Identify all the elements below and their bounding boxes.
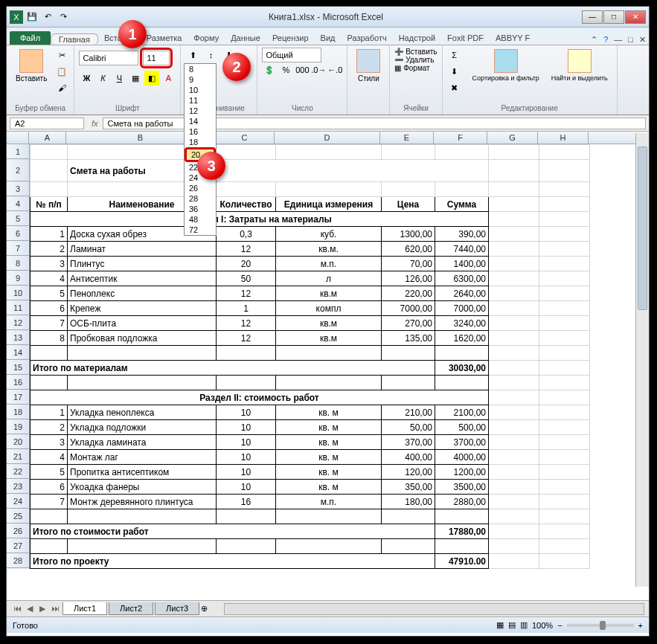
- font-size-option[interactable]: 18: [185, 137, 216, 147]
- cell[interactable]: 3240,00: [435, 316, 489, 331]
- cell[interactable]: 3: [31, 435, 68, 450]
- cells-delete-button[interactable]: ➖ Удалить: [394, 56, 437, 64]
- cell[interactable]: [489, 212, 539, 227]
- cell[interactable]: Смета на работы: [68, 160, 489, 182]
- cell[interactable]: [539, 495, 590, 509]
- dev-tab[interactable]: Разработч: [341, 31, 392, 45]
- font-size-option[interactable]: 12: [185, 106, 216, 116]
- cell[interactable]: [489, 480, 539, 495]
- paste-button[interactable]: Вставить: [11, 48, 51, 95]
- cell[interactable]: кв. м: [276, 480, 382, 495]
- row-header[interactable]: 2: [7, 159, 29, 181]
- cell[interactable]: [489, 346, 539, 361]
- sheet-tab-2[interactable]: Лист2: [109, 602, 153, 615]
- row-header[interactable]: 23: [7, 479, 29, 494]
- font-size-option[interactable]: 8: [185, 64, 216, 74]
- cell[interactable]: [539, 331, 590, 346]
- save-icon[interactable]: 💾: [25, 10, 39, 24]
- cell[interactable]: [31, 376, 68, 390]
- cell[interactable]: Пропитка антисептиком: [68, 465, 217, 480]
- select-all-corner[interactable]: [7, 132, 29, 144]
- row-header[interactable]: 9: [7, 271, 29, 286]
- cell[interactable]: [489, 301, 539, 316]
- font-size-combo[interactable]: [143, 51, 170, 65]
- cell[interactable]: [435, 376, 489, 390]
- cell[interactable]: [217, 145, 276, 160]
- cell[interactable]: [489, 182, 539, 197]
- cell[interactable]: [539, 554, 590, 569]
- cell[interactable]: [435, 539, 489, 554]
- font-size-option[interactable]: 10: [185, 85, 216, 95]
- row-header[interactable]: 21: [7, 449, 29, 464]
- row-header[interactable]: 26: [7, 524, 29, 538]
- cell[interactable]: [539, 509, 590, 524]
- horizontal-scrollbar[interactable]: [224, 603, 644, 615]
- col-header[interactable]: D: [275, 132, 380, 144]
- cell[interactable]: 270,00: [382, 316, 435, 331]
- font-size-option[interactable]: 28: [185, 193, 216, 204]
- font-size-option[interactable]: 72: [185, 225, 216, 235]
- cell[interactable]: [489, 420, 539, 435]
- sheet-nav-last-icon[interactable]: ⏭: [49, 604, 61, 614]
- sheet-tab-1[interactable]: Лист1: [63, 602, 107, 615]
- cell[interactable]: 3500,00: [435, 480, 489, 495]
- row-header[interactable]: 17: [7, 390, 29, 405]
- cell[interactable]: кв.м: [276, 331, 382, 346]
- cell[interactable]: Итого по проекту: [31, 554, 435, 569]
- cell[interactable]: [539, 450, 590, 465]
- cell[interactable]: [276, 346, 382, 361]
- view-tab[interactable]: Вид: [315, 31, 342, 45]
- row-header[interactable]: 8: [7, 256, 29, 271]
- cell[interactable]: [539, 405, 590, 420]
- col-header[interactable]: E: [380, 132, 434, 144]
- cell[interactable]: [489, 390, 539, 405]
- redo-icon[interactable]: ↷: [57, 10, 70, 24]
- cell[interactable]: 7: [31, 316, 68, 331]
- cell[interactable]: кв. м: [276, 465, 382, 480]
- cell[interactable]: [539, 539, 590, 554]
- cell[interactable]: 50: [217, 271, 276, 286]
- cell[interactable]: [31, 509, 68, 524]
- cell[interactable]: 370,00: [382, 435, 435, 450]
- cell[interactable]: [539, 257, 590, 271]
- font-size-option[interactable]: 26: [185, 183, 216, 193]
- zoom-in-icon[interactable]: +: [638, 621, 643, 630]
- inc-decimal-icon[interactable]: .0→: [311, 62, 326, 77]
- cell[interactable]: [539, 524, 590, 539]
- addins-tab[interactable]: Надстрой: [393, 31, 441, 45]
- cell[interactable]: [489, 227, 539, 242]
- cell[interactable]: [539, 420, 590, 435]
- cell[interactable]: 10: [217, 420, 276, 435]
- row-header[interactable]: 10: [7, 286, 29, 300]
- col-header[interactable]: F: [434, 132, 487, 144]
- cell[interactable]: [539, 212, 590, 227]
- cell[interactable]: № п/п: [31, 197, 68, 212]
- cell[interactable]: кв. м: [276, 405, 382, 420]
- sheet-nav-first-icon[interactable]: ⏮: [11, 604, 23, 614]
- cell[interactable]: [31, 346, 68, 361]
- font-size-option[interactable]: 9: [185, 74, 216, 85]
- col-header[interactable]: A: [29, 132, 66, 144]
- spreadsheet-cells[interactable]: Смета на работы№ п/пНаименованиеКоличест…: [30, 144, 590, 569]
- row-header[interactable]: 5: [7, 211, 29, 226]
- cell[interactable]: 2: [31, 420, 68, 435]
- home-tab[interactable]: Главная: [51, 33, 98, 45]
- row-header[interactable]: 24: [7, 494, 29, 509]
- new-sheet-icon[interactable]: ⊕: [201, 604, 208, 614]
- cell[interactable]: [68, 539, 217, 554]
- row-header[interactable]: 14: [7, 345, 29, 360]
- undo-icon[interactable]: ↶: [41, 10, 54, 24]
- cell[interactable]: 1200,00: [435, 465, 489, 480]
- cell[interactable]: [276, 145, 382, 160]
- cell[interactable]: 1300,00: [382, 227, 435, 242]
- cell[interactable]: 400,00: [382, 450, 435, 465]
- cell[interactable]: 4: [31, 271, 68, 286]
- col-header[interactable]: G: [487, 132, 538, 144]
- cell[interactable]: Раздел II: стоимость работ: [31, 390, 489, 405]
- font-color-button[interactable]: A: [161, 71, 176, 86]
- font-size-option[interactable]: 16: [185, 126, 216, 137]
- cell[interactable]: Укладка пеноплекса: [68, 405, 217, 420]
- comma-icon[interactable]: 000: [295, 62, 310, 77]
- cell[interactable]: 7440,00: [435, 242, 489, 257]
- cell[interactable]: кв. м: [276, 435, 382, 450]
